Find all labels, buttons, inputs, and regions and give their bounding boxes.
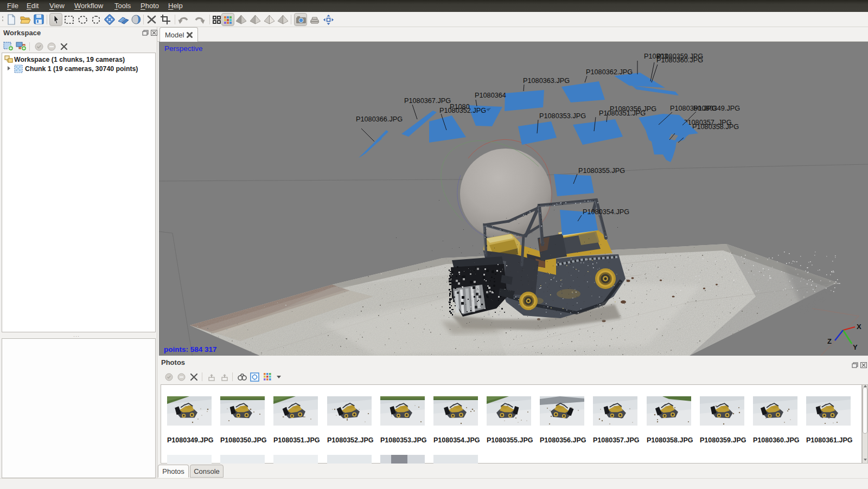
svg-text:P1080352.JPG: P1080352.JPG: [439, 107, 486, 114]
svg-text:P1080367.JPG: P1080367.JPG: [404, 97, 451, 105]
svg-text:P1080364: P1080364: [475, 92, 506, 99]
svg-text:P1080354.JPG: P1080354.JPG: [583, 208, 629, 216]
svg-text:P1080362.JPG: P1080362.JPG: [586, 68, 633, 76]
svg-text:P1080363.JPG: P1080363.JPG: [523, 77, 570, 85]
svg-text:points: 584 317: points: 584 317: [164, 345, 217, 353]
svg-text:Y: Y: [853, 343, 858, 351]
svg-text:P1080351.JPG: P1080351.JPG: [599, 110, 646, 117]
svg-text:X: X: [857, 323, 861, 331]
svg-text:P1080358.JPG: P1080358.JPG: [692, 123, 739, 131]
svg-text:P1080360.JPG: P1080360.JPG: [656, 56, 703, 64]
svg-text:P1080366.JPG: P1080366.JPG: [356, 115, 403, 123]
svg-text:Z: Z: [827, 337, 832, 345]
svg-text:P1080353.JPG: P1080353.JPG: [539, 112, 586, 120]
svg-text:P1080349.JPG: P1080349.JPG: [693, 105, 740, 112]
svg-text:P1080355.JPG: P1080355.JPG: [578, 167, 625, 175]
svg-text:Perspective: Perspective: [164, 44, 203, 53]
